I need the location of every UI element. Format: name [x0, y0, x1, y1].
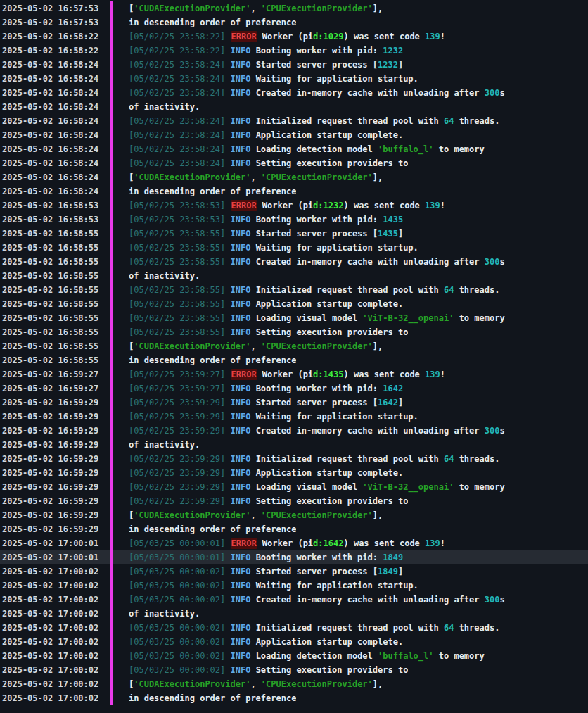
log-row[interactable]: 2025-05-02 17:00:02 [05/03/25 00:00:02] … [0, 564, 588, 579]
log-row[interactable]: 2025-05-02 17:00:02 [05/03/25 00:00:02] … [0, 593, 588, 607]
log-row[interactable]: 2025-05-02 16:58:55 of inactivity. [0, 269, 588, 283]
log-row[interactable]: 2025-05-02 16:58:24 [05/02/25 23:58:24] … [0, 114, 588, 128]
log-row[interactable]: 2025-05-02 16:58:55 in descending order … [0, 353, 588, 367]
log-segment-num: 139 [425, 201, 440, 210]
log-segment-info: INFO [231, 215, 251, 225]
log-segment-plain: ], [373, 341, 383, 351]
log-message: ['CUDAExecutionProvider', 'CPUExecutionP… [113, 170, 383, 184]
log-row[interactable]: 2025-05-02 16:58:24 [05/02/25 23:58:24] … [0, 58, 588, 72]
log-segment-plain: Started server process [ [250, 398, 378, 408]
log-row[interactable]: 2025-05-02 16:59:29 [05/02/25 23:59:29] … [0, 424, 588, 438]
log-segment-plain: Initialized request thread pool with [250, 116, 444, 126]
log-segment-error: ERROR [231, 31, 257, 42]
log-segment-info: INFO [231, 384, 251, 393]
log-row[interactable]: 2025-05-02 16:58:24 [05/02/25 23:58:24] … [0, 72, 588, 86]
log-row[interactable]: 2025-05-02 16:59:29 [05/02/25 23:59:29] … [0, 410, 588, 424]
log-row[interactable]: 2025-05-02 16:59:29 of inactivity. [0, 438, 588, 452]
log-row[interactable]: 2025-05-02 16:58:55 [05/02/25 23:58:55] … [0, 297, 588, 311]
log-row[interactable]: 2025-05-02 17:00:02 [05/03/25 00:00:02] … [0, 663, 588, 677]
log-row[interactable]: 2025-05-02 16:58:55 ['CUDAExecutionProvi… [0, 339, 588, 353]
log-row[interactable]: 2025-05-02 16:59:29 [05/02/25 23:59:29] … [0, 452, 588, 466]
log-segment-plain: Initialized request thread pool with [250, 285, 444, 295]
log-segment-plain: threads. [454, 623, 499, 633]
log-row[interactable]: 2025-05-02 16:58:24 [05/02/25 23:58:24] … [0, 128, 588, 142]
log-row[interactable]: 2025-05-02 16:58:55 [05/02/25 23:58:55] … [0, 311, 588, 325]
log-segment-string: 'CPUExecutionProvider' [261, 172, 373, 182]
log-row[interactable]: 2025-05-02 17:00:02 [05/03/25 00:00:02] … [0, 635, 588, 649]
log-row[interactable]: 2025-05-02 16:59:29 in descending order … [0, 522, 588, 536]
log-message: [05/02/25 23:58:22] INFO Booting worker … [113, 44, 403, 58]
log-message: [05/02/25 23:59:27] INFO Booting worker … [113, 381, 403, 396]
log-message: [05/02/25 23:58:24] INFO Waiting for app… [113, 72, 418, 86]
log-row[interactable]: 2025-05-02 16:58:53 [05/02/25 23:58:53] … [0, 198, 588, 213]
log-segment-info: INFO [231, 412, 251, 422]
log-segment-plain: Application startup complete. [250, 130, 403, 140]
log-message: [05/02/25 23:58:24] INFO Setting executi… [113, 156, 408, 170]
log-row[interactable]: 2025-05-02 16:58:55 [05/02/25 23:58:55] … [0, 255, 588, 269]
log-segment-num: 64 [444, 454, 454, 464]
log-segment-info: INFO [231, 130, 251, 140]
log-row[interactable]: 2025-05-02 16:58:24 [05/02/25 23:58:24] … [0, 156, 588, 170]
log-row[interactable]: 2025-05-02 16:58:55 [05/02/25 23:58:55] … [0, 283, 588, 297]
log-row[interactable]: 2025-05-02 16:59:27 [05/02/25 23:59:27] … [0, 381, 588, 396]
log-row[interactable]: 2025-05-02 17:00:02 [05/03/25 00:00:02] … [0, 579, 588, 593]
log-row[interactable]: 2025-05-02 17:00:02 of inactivity. [0, 607, 588, 621]
log-message: [05/02/25 23:58:55] INFO Loading visual … [113, 311, 505, 325]
log-segment-plain: , [250, 172, 260, 182]
log-row[interactable]: 2025-05-02 16:59:29 ['CUDAExecutionProvi… [0, 508, 588, 522]
log-row[interactable]: 2025-05-02 17:00:01 [05/03/25 00:00:01] … [0, 550, 588, 564]
log-segment-plain: of inactivity. [129, 440, 200, 450]
log-segment-plain: Setting execution providers to [250, 496, 408, 506]
log-row[interactable]: 2025-05-02 16:57:53 ['CUDAExecutionProvi… [0, 1, 588, 15]
log-row[interactable]: 2025-05-02 17:00:02 [05/03/25 00:00:02] … [0, 621, 588, 635]
log-row[interactable]: 2025-05-02 16:58:53 [05/02/25 23:58:53] … [0, 213, 588, 227]
log-row[interactable]: 2025-05-02 16:59:29 [05/02/25 23:59:29] … [0, 494, 588, 508]
log-segment-dim: [05/03/25 00:00:01] [129, 553, 231, 562]
log-segment-info: INFO [231, 651, 251, 661]
log-row[interactable]: 2025-05-02 16:58:24 of inactivity. [0, 100, 588, 114]
log-message: [05/02/25 23:59:29] INFO Loading visual … [113, 480, 505, 494]
log-segment-plain: Created in-memory cache with unloading a… [250, 257, 484, 267]
log-message: [05/02/25 23:58:55] INFO Started server … [113, 227, 403, 241]
host-timestamp: 2025-05-02 16:59:29 [0, 480, 110, 494]
log-row[interactable]: 2025-05-02 16:58:24 ['CUDAExecutionProvi… [0, 170, 588, 184]
log-row[interactable]: 2025-05-02 17:00:02 in descending order … [0, 691, 588, 705]
log-row[interactable]: 2025-05-02 16:58:24 [05/02/25 23:58:24] … [0, 142, 588, 156]
host-timestamp: 2025-05-02 16:58:55 [0, 255, 110, 269]
log-segment-error: ERROR [231, 369, 257, 380]
log-row[interactable]: 2025-05-02 17:00:02 [05/03/25 00:00:02] … [0, 649, 588, 663]
log-row[interactable]: 2025-05-02 16:58:55 [05/02/25 23:58:55] … [0, 325, 588, 339]
log-row[interactable]: 2025-05-02 16:58:55 [05/02/25 23:58:55] … [0, 227, 588, 241]
log-segment-num: 300 [485, 88, 500, 98]
log-segment-num: 300 [485, 595, 500, 605]
log-row[interactable]: 2025-05-02 16:58:22 [05/02/25 23:58:22] … [0, 30, 588, 44]
log-segment-plain: Loading visual model [250, 313, 362, 323]
log-row[interactable]: 2025-05-02 16:59:29 [05/02/25 23:59:29] … [0, 466, 588, 480]
log-row[interactable]: 2025-05-02 16:59:29 [05/02/25 23:59:29] … [0, 396, 588, 410]
log-row[interactable]: 2025-05-02 16:58:24 in descending order … [0, 184, 588, 198]
log-segment-string: 'CPUExecutionProvider' [261, 4, 373, 13]
log-row[interactable]: 2025-05-02 16:58:22 [05/02/25 23:58:22] … [0, 44, 588, 58]
log-segment-dim: [05/02/25 23:58:22] [129, 32, 231, 42]
log-segment-num: 1232 [383, 46, 403, 56]
log-segment-info: INFO [231, 567, 251, 576]
log-segment-plain: to memory [454, 482, 504, 492]
log-row[interactable]: 2025-05-02 16:59:27 [05/02/25 23:59:27] … [0, 367, 588, 381]
log-segment-plain: threads. [454, 116, 499, 126]
log-segment-num: 139 [425, 370, 440, 379]
log-segment-dim: [05/02/25 23:59:29] [129, 482, 231, 492]
log-segment-dim: [05/02/25 23:59:27] [129, 370, 231, 379]
log-message: [05/03/25 00:00:01] INFO Booting worker … [113, 550, 403, 564]
log-segment-dim: [05/03/25 00:00:02] [129, 581, 231, 591]
log-row[interactable]: 2025-05-02 16:58:55 [05/02/25 23:58:55] … [0, 241, 588, 255]
log-segment-dim: [05/02/25 23:58:55] [129, 285, 231, 295]
log-row[interactable]: 2025-05-02 16:58:24 [05/02/25 23:58:24] … [0, 86, 588, 100]
log-row[interactable]: 2025-05-02 17:00:02 ['CUDAExecutionProvi… [0, 677, 588, 691]
log-segment-info: INFO [231, 299, 251, 309]
host-timestamp: 2025-05-02 17:00:02 [0, 649, 110, 663]
log-segment-pid: d:1435 [313, 370, 343, 379]
log-row[interactable]: 2025-05-02 17:00:01 [05/03/25 00:00:01] … [0, 536, 588, 550]
log-row[interactable]: 2025-05-02 16:57:53 in descending order … [0, 15, 588, 30]
log-message: [05/02/25 23:59:29] INFO Application sta… [113, 466, 403, 480]
log-row[interactable]: 2025-05-02 16:59:29 [05/02/25 23:59:29] … [0, 480, 588, 494]
